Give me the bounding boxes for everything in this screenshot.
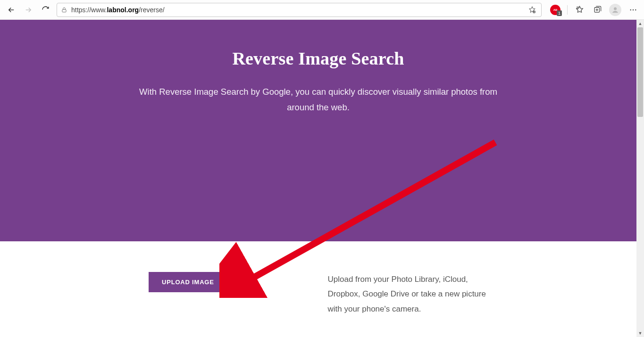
svg-point-10 <box>635 9 636 10</box>
upload-description: Upload from your Photo Library, iCloud, … <box>328 272 495 316</box>
star-icon <box>575 5 584 14</box>
url-path: /reverse/ <box>139 6 164 14</box>
adblock-button[interactable]: AB 1 <box>547 2 563 17</box>
svg-rect-0 <box>62 9 66 12</box>
page-subtitle: With Reverse Image Search by Google, you… <box>134 84 502 115</box>
abp-icon: AB 1 <box>550 5 560 15</box>
upload-image-button[interactable]: UPLOAD IMAGE <box>149 272 227 292</box>
page-content: Reverse Image Search With Reverse Image … <box>0 20 636 337</box>
more-icon <box>629 6 637 14</box>
avatar-icon <box>609 4 621 16</box>
svg-point-7 <box>614 7 617 10</box>
read-aloud-button[interactable] <box>527 5 537 15</box>
toolbar-divider <box>567 5 568 15</box>
scroll-thumb[interactable] <box>637 27 643 117</box>
upload-right: Upload from your Photo Library, iCloud, … <box>318 272 637 337</box>
collections-button[interactable] <box>589 2 605 17</box>
toolbar-right-icons: AB 1 <box>544 2 641 17</box>
refresh-icon <box>42 6 50 14</box>
scroll-down-button[interactable]: ▼ <box>636 329 644 337</box>
refresh-button[interactable] <box>37 2 54 17</box>
arrow-left-icon <box>7 6 16 14</box>
url-prefix: https://www. <box>71 6 107 14</box>
menu-button[interactable] <box>625 2 641 17</box>
scroll-up-button[interactable]: ▲ <box>636 20 644 27</box>
collections-icon <box>593 5 602 14</box>
url-host: labnol.org <box>107 6 139 14</box>
svg-point-8 <box>630 9 631 10</box>
browser-toolbar: https://www.labnol.org/reverse/ AB 1 <box>0 0 644 20</box>
back-button[interactable] <box>3 2 20 17</box>
page-title: Reverse Image Search <box>0 48 636 69</box>
profile-button[interactable] <box>607 2 623 17</box>
upload-left: UPLOAD IMAGE <box>0 272 318 337</box>
hero-section: Reverse Image Search With Reverse Image … <box>0 20 636 241</box>
url-text: https://www.labnol.org/reverse/ <box>71 6 524 14</box>
upload-section: UPLOAD IMAGE Upload from your Photo Libr… <box>0 241 636 337</box>
abp-badge: 1 <box>557 10 562 16</box>
arrow-right-icon <box>24 6 33 14</box>
viewport: Reverse Image Search With Reverse Image … <box>0 20 644 337</box>
lock-icon <box>61 7 67 13</box>
forward-button[interactable] <box>20 2 37 17</box>
svg-point-9 <box>633 9 634 10</box>
reader-star-icon <box>528 6 536 14</box>
address-bar[interactable]: https://www.labnol.org/reverse/ <box>57 3 542 17</box>
favorites-button[interactable] <box>571 2 587 17</box>
vertical-scrollbar[interactable]: ▲ ▼ <box>636 20 644 337</box>
